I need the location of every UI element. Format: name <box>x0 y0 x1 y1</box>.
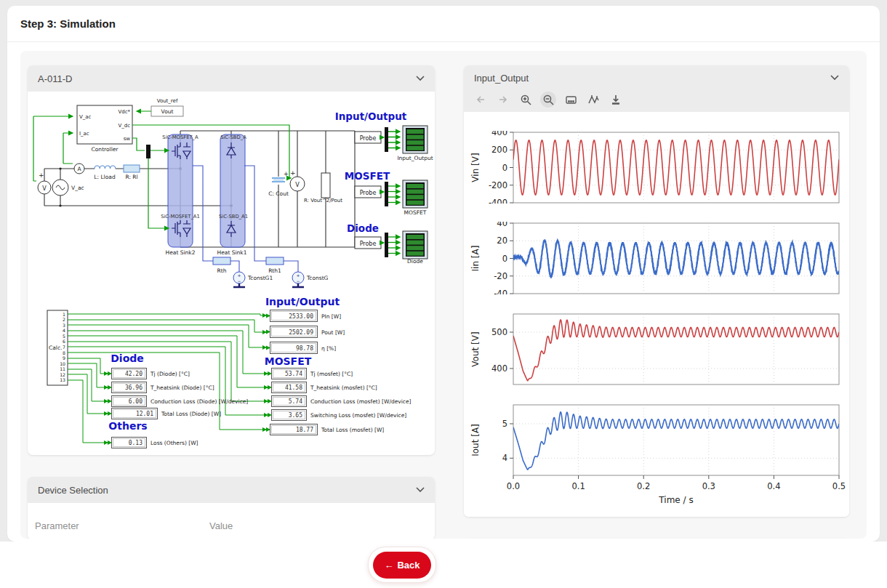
svg-text:500: 500 <box>491 327 507 337</box>
chevron-down-icon[interactable] <box>416 487 425 493</box>
main-card: Step 3: Simulation A-011-D <box>7 6 880 541</box>
chevron-down-icon[interactable] <box>416 76 425 81</box>
svg-text:Others: Others <box>108 420 147 432</box>
svg-text:9: 9 <box>63 355 65 361</box>
ac-source: V_ac <box>52 180 84 196</box>
svg-text:Tj (mosfet) [°C]: Tj (mosfet) [°C] <box>310 371 353 377</box>
chart-vout: 500400Vout [V] <box>468 313 849 388</box>
svg-text:-20: -20 <box>494 271 507 281</box>
page-title: Step 3: Simulation <box>20 17 116 30</box>
svg-text:A: A <box>77 166 81 172</box>
svg-text:12.01: 12.01 <box>136 411 153 417</box>
svg-text:18.77: 18.77 <box>296 427 313 433</box>
signal-trace-icon[interactable] <box>585 92 601 108</box>
svg-text:V: V <box>42 185 47 192</box>
inductor-symbol <box>95 166 116 169</box>
sbd-a1-label: SiC-SBD_A1 <box>219 214 248 220</box>
ammeter: A <box>74 164 84 174</box>
svg-text:−: − <box>296 278 300 283</box>
chart-iin: 40200-20-40Iin [A] <box>468 222 849 297</box>
schematic-panel-header[interactable]: A-011-D <box>28 65 435 92</box>
svg-text:13: 13 <box>60 377 65 382</box>
svg-text:Conduction Loss (Diode) [W/dev: Conduction Loss (Diode) [W/device] <box>150 398 248 405</box>
svg-text:Input_Output: Input_Output <box>397 155 433 161</box>
svg-text:1: 1 <box>63 312 65 317</box>
svg-text:PIn [W]: PIn [W] <box>321 313 341 320</box>
svg-text:Probe: Probe <box>360 190 377 196</box>
gate-splitter <box>146 145 150 158</box>
svg-text:41.58: 41.58 <box>285 384 302 391</box>
svg-text:T_heatsink (Diode) [°C]: T_heatsink (Diode) [°C] <box>150 384 214 391</box>
svg-text:MOSFET: MOSFET <box>345 170 390 182</box>
svg-text:Input/Output: Input/Output <box>335 110 407 122</box>
back-button-label: Back <box>397 560 420 571</box>
scope-panel-header[interactable]: Input_Output <box>464 65 849 90</box>
svg-text:sw: sw <box>124 136 131 142</box>
svg-text:V: V <box>295 182 300 188</box>
download-icon[interactable] <box>608 92 624 108</box>
select-region-icon[interactable] <box>563 92 579 108</box>
cap-label: C: Cout <box>268 190 289 197</box>
svg-text:Iin [A]: Iin [A] <box>470 246 481 272</box>
svg-text:7: 7 <box>63 345 65 350</box>
chart-vin: 4002000-200-400Vin [V] <box>468 131 849 206</box>
svg-text:0.0: 0.0 <box>507 481 520 491</box>
back-button[interactable]: ← Back <box>373 552 431 579</box>
schematic-panel: A-011-D <box>28 65 435 455</box>
load-resistor <box>321 173 330 198</box>
svg-text:Diode: Diode <box>111 353 144 364</box>
svg-text:0.5: 0.5 <box>832 481 846 491</box>
fanout-wires <box>68 314 268 443</box>
svg-text:V_ac: V_ac <box>79 114 92 120</box>
svg-text:Vdc*: Vdc* <box>118 109 130 115</box>
svg-text:η [%]: η [%] <box>321 345 336 352</box>
content-area: A-011-D <box>20 51 867 539</box>
svg-text:Switching Loss (mosfet) [W/dev: Switching Loss (mosfet) [W/device] <box>310 412 406 419</box>
output-cap: + <box>272 171 289 182</box>
svg-text:5: 5 <box>63 334 65 339</box>
svg-text:0: 0 <box>502 163 507 173</box>
device-selection-header[interactable]: Device Selection <box>28 477 435 503</box>
svg-text:3: 3 <box>63 323 65 328</box>
sbd-a-label: SiC-SBD_A <box>220 134 246 140</box>
heat-sink2-label: Heat Sink2 <box>166 249 196 256</box>
circuit-diagram: V + V_ac A L <box>28 92 435 455</box>
svg-text:4: 4 <box>502 453 507 463</box>
svg-text:T_heatsink (mosfet) [°C]: T_heatsink (mosfet) [°C] <box>310 384 377 391</box>
forward-arrow-icon[interactable] <box>495 92 511 108</box>
svg-text:Vout [V]: Vout [V] <box>470 331 481 366</box>
calc-label: Calc. <box>49 345 62 351</box>
device-table-header: Parameter Value <box>28 503 435 539</box>
svg-text:11: 11 <box>60 366 65 371</box>
scope-panel: Input_Output 4002000-200-400Vin [V]40200… <box>464 65 849 517</box>
svg-text:6.00: 6.00 <box>129 398 143 405</box>
mosfet-a-label: SiC-MOSFET_A <box>162 134 198 140</box>
vout-ref-label: Vout_ref <box>157 98 178 104</box>
svg-text:4: 4 <box>63 328 65 333</box>
load-label: R: Vout^2/Pout <box>304 198 342 204</box>
footer-bar: ← Back <box>0 541 887 588</box>
svg-text:2502.09: 2502.09 <box>289 329 313 336</box>
scope-toolbar <box>464 90 849 112</box>
zoom-out-icon[interactable] <box>540 92 556 108</box>
svg-text:Vin [V]: Vin [V] <box>470 153 481 182</box>
svg-text:5.74: 5.74 <box>289 398 302 405</box>
svg-text:400: 400 <box>491 131 507 137</box>
chevron-down-icon[interactable] <box>830 75 839 81</box>
svg-text:2: 2 <box>63 317 65 322</box>
resistor-label: R: Rl <box>125 174 137 180</box>
svg-text:10: 10 <box>60 361 65 366</box>
device-selection-panel: Device Selection Parameter Value <box>28 477 435 539</box>
heat-sink1-label: Heat Sink1 <box>217 249 247 256</box>
schematic-panel-title: A-011-D <box>38 73 72 84</box>
svg-text:0.4: 0.4 <box>767 481 780 491</box>
svg-text:−: − <box>237 278 241 283</box>
svg-text:+: + <box>296 273 300 278</box>
svg-text:+: + <box>39 172 44 179</box>
zoom-in-icon[interactable] <box>518 92 534 108</box>
back-arrow-icon[interactable] <box>473 92 489 108</box>
svg-text:Probe: Probe <box>360 241 377 247</box>
svg-text:98.78: 98.78 <box>296 345 313 352</box>
svg-text:-400: -400 <box>489 198 507 204</box>
tconstg1-label: TconstG1 <box>247 275 273 281</box>
